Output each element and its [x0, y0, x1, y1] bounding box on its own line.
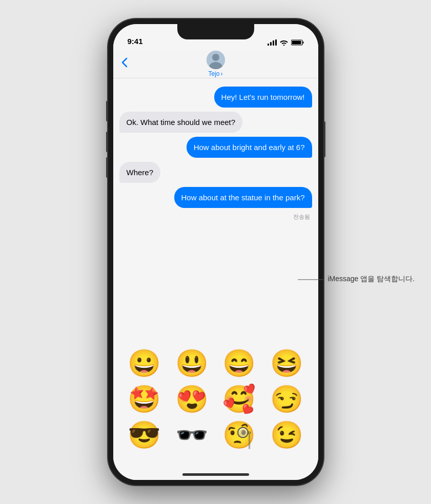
svg-point-4 — [212, 54, 219, 61]
svg-rect-1 — [292, 41, 301, 45]
emoji-item[interactable]: 😄 — [220, 350, 259, 376]
messages-area: Hey! Let's run tomorrow! Ok. What time s… — [113, 78, 318, 383]
emoji-item[interactable]: 😏 — [268, 386, 306, 412]
avatar — [207, 51, 225, 69]
message-text: Ok. What time should we meet? — [127, 118, 236, 127]
wifi-icon — [280, 39, 288, 46]
emoji-item[interactable]: 🤩 — [126, 386, 164, 412]
message-bubble: How about bright and early at 6? — [187, 137, 312, 158]
home-indicator — [182, 473, 249, 476]
contact-name: Tejo — [208, 70, 219, 77]
delivered-label: 전송됨 — [119, 213, 312, 221]
emoji-item[interactable]: 🥰 — [220, 386, 259, 412]
annotation-text: iMessage 앱을 탐색합니다. — [327, 275, 415, 284]
message-row: How about at the statue in the park? — [119, 187, 312, 208]
emoji-item[interactable]: 🧐 — [220, 422, 259, 448]
phone-frame: 9:41 — [108, 19, 323, 485]
battery-icon — [291, 39, 304, 46]
status-time: 9:41 — [128, 37, 143, 46]
status-icons — [268, 39, 304, 46]
message-bubble: How about at the statue in the park? — [174, 187, 312, 208]
back-button[interactable] — [121, 57, 128, 71]
nav-bar: Tejo › — [113, 50, 318, 78]
emoji-item[interactable]: 😆 — [268, 350, 306, 376]
contact-chevron: › — [221, 70, 223, 77]
message-row: How about bright and early at 6? — [119, 137, 312, 158]
message-bubble: Hey! Let's run tomorrow! — [214, 87, 312, 108]
contact-header[interactable]: Tejo › — [207, 51, 225, 77]
emoji-item[interactable]: 🕶️ — [173, 422, 211, 448]
svg-rect-2 — [302, 41, 303, 44]
emoji-item[interactable]: 😍 — [173, 386, 211, 412]
signal-icon — [268, 39, 277, 46]
message-bubble: Ok. What time should we meet? — [119, 112, 243, 133]
emoji-item[interactable]: 😀 — [126, 350, 164, 376]
annotation-callout: iMessage 앱을 탐색합니다. — [323, 275, 415, 284]
notch — [177, 24, 254, 39]
emoji-item[interactable]: 😃 — [173, 350, 211, 376]
emoji-item[interactable]: 😎 — [126, 422, 164, 448]
message-text: Hey! Let's run tomorrow! — [221, 93, 305, 101]
screen: 9:41 — [113, 24, 318, 480]
emoji-panel: 😀 😃 😄 😆 🤩 😍 🥰 😏 😎 🕶️ 🧐 😉 — [113, 342, 318, 480]
message-row: Hey! Let's run tomorrow! — [119, 87, 312, 108]
message-text: How about bright and early at 6? — [194, 143, 305, 152]
emoji-grid: 😀 😃 😄 😆 🤩 😍 🥰 😏 😎 🕶️ 🧐 😉 — [113, 342, 318, 448]
emoji-item[interactable]: 😉 — [268, 422, 306, 448]
message-bubble: Where? — [119, 162, 161, 183]
message-row: Where? — [119, 162, 312, 183]
scene: 9:41 — [0, 0, 431, 504]
message-text: Where? — [127, 168, 154, 177]
message-row: Ok. What time should we meet? — [119, 112, 312, 133]
message-text: How about at the statue in the park? — [181, 193, 305, 202]
